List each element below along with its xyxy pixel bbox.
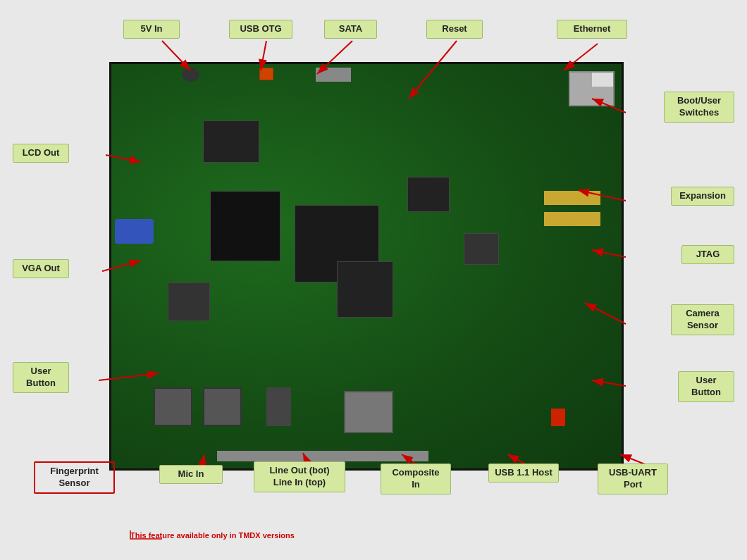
label-vga-out: VGA Out [13, 259, 69, 278]
fingerprint-note: This feature available only in TMDX vers… [130, 530, 295, 541]
label-boot-switches: Boot/User Switches [664, 92, 734, 123]
label-5v-in: 5V In [123, 20, 180, 39]
label-usb-otg: USB OTG [229, 20, 292, 39]
label-jtag: JTAG [681, 245, 734, 264]
label-sata: SATA [324, 20, 377, 39]
label-expansion: Expansion [671, 187, 734, 206]
pcb-board [109, 62, 624, 471]
label-user-button-left: User Button [13, 362, 69, 393]
label-composite-in: Composite In [381, 463, 451, 494]
label-usb-11-host: USB 1.1 Host [488, 463, 559, 483]
label-reset: Reset [426, 20, 483, 39]
label-line-out: Line Out (bot) Line In (top) [254, 461, 345, 492]
label-camera-sensor: Camera Sensor [671, 304, 734, 335]
label-fingerprint-sensor: Fingerprint Sensor [34, 461, 115, 494]
label-mic-in: Mic In [159, 465, 223, 484]
label-lcd-out: LCD Out [13, 144, 69, 163]
label-usb-uart: USB-UART Port [598, 463, 668, 494]
label-user-button-right: User Button [678, 371, 734, 402]
label-ethernet: Ethernet [557, 20, 627, 39]
